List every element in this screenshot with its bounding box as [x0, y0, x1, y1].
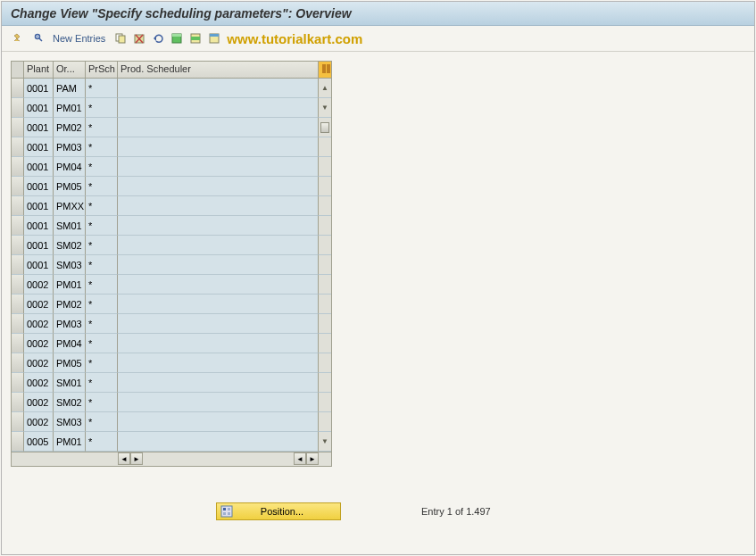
row-selector[interactable] [12, 118, 24, 137]
cell-prod[interactable] [118, 137, 319, 157]
cell-prod[interactable] [118, 157, 319, 177]
table-row[interactable]: 0002PM03* [12, 314, 331, 334]
table-row[interactable]: 0002SM01* [12, 373, 331, 393]
cell-plant[interactable]: 0002 [24, 314, 54, 334]
row-selector[interactable] [12, 432, 24, 452]
table-row[interactable]: 0001PM03* [12, 137, 331, 157]
cell-plant[interactable]: 0002 [24, 334, 54, 353]
other-view-icon[interactable] [29, 30, 46, 46]
cell-prod[interactable] [118, 412, 319, 432]
table-row[interactable]: 0001PMXX* [12, 196, 331, 216]
cell-prsch[interactable]: * [86, 137, 118, 157]
table-row[interactable]: 0001SM02* [12, 236, 331, 255]
cell-prsch[interactable]: * [86, 334, 118, 353]
cell-prod[interactable] [118, 216, 319, 236]
table-row[interactable]: 0002PM02* [12, 295, 331, 314]
cell-prod[interactable] [118, 275, 319, 295]
cell-plant[interactable]: 0001 [24, 216, 54, 236]
cell-order[interactable]: SM02 [54, 393, 86, 412]
cell-order[interactable]: SM03 [54, 255, 86, 275]
selector-header[interactable] [12, 62, 24, 78]
cell-plant[interactable]: 0001 [24, 79, 54, 98]
cell-prsch[interactable]: * [86, 255, 118, 275]
cell-plant[interactable]: 0002 [24, 353, 54, 373]
cell-order[interactable]: PM01 [54, 98, 86, 118]
cell-prsch[interactable]: * [86, 157, 118, 177]
cell-prod[interactable] [118, 118, 319, 137]
cell-order[interactable]: PM04 [54, 157, 86, 177]
cell-plant[interactable]: 0001 [24, 98, 54, 118]
cell-order[interactable]: PM02 [54, 295, 86, 314]
cell-prod[interactable] [118, 393, 319, 412]
cell-plant[interactable]: 0001 [24, 157, 54, 177]
column-header-order[interactable]: Or... [54, 62, 86, 78]
cell-order[interactable]: PM03 [54, 314, 86, 334]
table-row[interactable]: 0001SM01* [12, 216, 331, 236]
cell-prod[interactable] [118, 196, 319, 216]
cell-plant[interactable]: 0001 [24, 118, 54, 137]
column-header-prsch[interactable]: PrSch [86, 62, 118, 78]
row-selector[interactable] [12, 255, 24, 275]
cell-plant[interactable]: 0001 [24, 137, 54, 157]
table-row[interactable]: 0005PM01*▼ [12, 432, 331, 452]
cell-prod[interactable] [118, 177, 319, 196]
row-selector[interactable] [12, 393, 24, 412]
cell-prod[interactable] [118, 334, 319, 353]
cell-plant[interactable]: 0001 [24, 255, 54, 275]
table-row[interactable]: 0002SM02* [12, 393, 331, 412]
table-row[interactable]: 0001PAM*▲ [12, 79, 331, 98]
table-row[interactable]: 0001PM02* [12, 118, 331, 137]
undo-icon[interactable] [150, 30, 166, 46]
cell-order[interactable]: SM02 [54, 236, 86, 255]
table-row[interactable]: 0001PM05* [12, 177, 331, 196]
row-selector[interactable] [12, 295, 24, 314]
cell-prsch[interactable]: * [86, 118, 118, 137]
cell-order[interactable]: PM05 [54, 353, 86, 373]
cell-prsch[interactable]: * [86, 177, 118, 196]
cell-plant[interactable]: 0002 [24, 373, 54, 393]
cell-prsch[interactable]: * [86, 275, 118, 295]
table-row[interactable]: 0002PM05* [12, 353, 331, 373]
cell-prod[interactable] [118, 79, 319, 98]
cell-plant[interactable]: 0002 [24, 412, 54, 432]
cell-prod[interactable] [118, 236, 319, 255]
cell-prod[interactable] [118, 98, 319, 118]
table-row[interactable]: 0002SM03* [12, 412, 331, 432]
cell-plant[interactable]: 0001 [24, 196, 54, 216]
cell-prsch[interactable]: * [86, 373, 118, 393]
cell-plant[interactable]: 0001 [24, 236, 54, 255]
cell-order[interactable]: PM04 [54, 334, 86, 353]
cell-prod[interactable] [118, 255, 319, 275]
cell-prsch[interactable]: * [86, 412, 118, 432]
scroll-right2-icon[interactable]: ► [306, 452, 319, 465]
cell-prod[interactable] [118, 353, 319, 373]
table-row[interactable]: 0002PM04* [12, 334, 331, 353]
column-header-plant[interactable]: Plant [24, 62, 54, 78]
cell-prsch[interactable]: * [86, 314, 118, 334]
cell-order[interactable]: PM02 [54, 118, 86, 137]
cell-plant[interactable]: 0002 [24, 275, 54, 295]
row-selector[interactable] [12, 177, 24, 196]
table-row[interactable]: 0001PM01*▼ [12, 98, 331, 118]
select-all-icon[interactable] [169, 30, 185, 46]
table-config-icon[interactable] [319, 62, 331, 78]
deselect-all-icon[interactable] [206, 30, 222, 46]
cell-prsch[interactable]: * [86, 98, 118, 118]
row-selector[interactable] [12, 334, 24, 353]
column-header-prod[interactable]: Prod. Scheduler [118, 62, 319, 78]
delete-icon[interactable] [131, 30, 147, 46]
row-selector[interactable] [12, 314, 24, 334]
cell-prod[interactable] [118, 314, 319, 334]
cell-order[interactable]: PAM [54, 79, 86, 98]
scroll-left-icon[interactable]: ◄ [118, 452, 130, 465]
cell-prsch[interactable]: * [86, 236, 118, 255]
table-row[interactable]: 0001SM03* [12, 255, 331, 275]
cell-plant[interactable]: 0001 [24, 177, 54, 196]
cell-order[interactable]: PM01 [54, 432, 86, 452]
cell-order[interactable]: SM01 [54, 216, 86, 236]
cell-order[interactable]: SM01 [54, 373, 86, 393]
table-row[interactable]: 0002PM01* [12, 275, 331, 295]
cell-prsch[interactable]: * [86, 393, 118, 412]
cell-order[interactable]: PM01 [54, 275, 86, 295]
cell-order[interactable]: SM03 [54, 412, 86, 432]
